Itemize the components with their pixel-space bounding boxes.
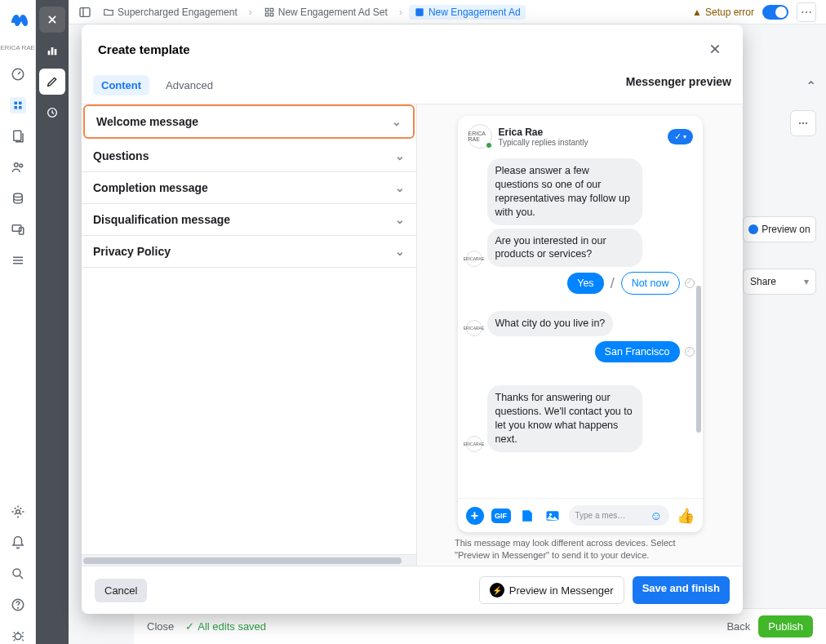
svg-point-11 [16, 510, 20, 514]
global-nav-rail: ERICA RAE [0, 0, 36, 644]
breadcrumb-ad-label: New Engagement Ad [429, 7, 521, 18]
svg-rect-3 [14, 106, 17, 109]
composer-placeholder: Type a mes… [575, 511, 626, 520]
edit-tool-icon[interactable] [39, 69, 65, 95]
cancel-button[interactable]: Cancel [95, 579, 147, 602]
more-menu-button[interactable]: ⋯ [797, 2, 816, 22]
incoming-message: Are you interested in our products or se… [487, 229, 642, 268]
share-label: Share [750, 276, 776, 287]
section-completion-message[interactable]: Completion message ⌄ [82, 172, 416, 204]
footer-back-button[interactable]: Back [726, 620, 750, 633]
chart-tool-icon[interactable] [39, 38, 65, 64]
gear-icon[interactable] [10, 504, 26, 520]
svg-rect-23 [265, 13, 269, 16]
svg-rect-5 [13, 131, 20, 140]
svg-rect-22 [270, 8, 273, 11]
all-edits-saved-status: ✓ All edits saved [185, 620, 266, 633]
section-disqualification-message[interactable]: Disqualification message ⌄ [82, 204, 416, 236]
section-welcome-message[interactable]: Welcome message ⌄ [83, 104, 415, 139]
panel-more-button[interactable]: ⋯ [790, 110, 816, 136]
breadcrumb-adset[interactable]: New Engagement Ad Set [259, 5, 393, 20]
search-icon[interactable] [10, 566, 26, 582]
chevron-down-icon: ▾ [804, 276, 809, 287]
setup-error-badge[interactable]: ▲ Setup error [692, 7, 754, 18]
breadcrumb-campaign[interactable]: Supercharged Engagement [98, 5, 242, 20]
expand-icon[interactable]: ⌃ [806, 78, 816, 94]
breadcrumb-ad[interactable]: New Engagement Ad [409, 5, 526, 20]
save-and-finish-button[interactable]: Save and finish [633, 576, 730, 604]
chevron-down-icon: ⌄ [395, 213, 405, 226]
history-tool-icon[interactable] [39, 100, 65, 126]
section-label: Privacy Policy [93, 245, 171, 258]
sender-name: Erica Rae [499, 127, 588, 138]
thumb-up-icon[interactable]: 👍 [677, 507, 695, 525]
preview-on-pill[interactable]: Preview on [743, 216, 816, 242]
grid-icon[interactable] [10, 97, 26, 113]
incoming-message: Thanks for answering our questions. We'l… [487, 385, 642, 452]
setup-error-text: Setup error [705, 7, 754, 18]
avatar-mini: ERICARAE [466, 436, 482, 452]
modal-close-button[interactable] [704, 38, 726, 60]
emoji-icon[interactable]: ☺ [650, 509, 662, 522]
all-edits-saved-label: All edits saved [198, 620, 266, 633]
preview-disclaimer: This message may look different across d… [433, 532, 726, 565]
svg-rect-1 [14, 102, 17, 105]
coins-icon[interactable] [10, 190, 26, 207]
modal-title: Create template [98, 42, 190, 56]
composer-input[interactable]: Type a mes… ☺ [569, 505, 669, 526]
gauge-icon[interactable] [10, 66, 26, 82]
bell-icon[interactable] [10, 535, 26, 551]
section-label: Completion message [93, 181, 208, 194]
svg-point-6 [14, 163, 18, 167]
chevron-down-icon: ⌄ [395, 245, 405, 258]
sticker-icon[interactable] [518, 507, 536, 525]
svg-rect-4 [19, 106, 22, 109]
share-button[interactable]: Share▾ [743, 269, 816, 295]
meta-logo-icon [8, 10, 28, 29]
svg-rect-24 [270, 13, 273, 16]
svg-point-12 [13, 569, 20, 576]
svg-rect-21 [265, 8, 269, 11]
chevron-down-icon: ⌄ [395, 149, 405, 162]
section-label: Questions [93, 149, 149, 162]
ad-icon [414, 7, 425, 18]
quick-reply-yes[interactable]: Yes [567, 273, 603, 294]
svg-rect-17 [51, 47, 54, 55]
section-questions[interactable]: Questions ⌄ [82, 140, 416, 172]
svg-rect-25 [415, 8, 423, 16]
section-label: Disqualification message [93, 213, 230, 226]
chevron-right-icon: › [399, 7, 402, 18]
messenger-icon: ⚡ [490, 583, 504, 597]
documents-icon[interactable] [10, 128, 26, 144]
bug-icon[interactable] [10, 628, 26, 644]
status-toggle[interactable] [762, 5, 788, 20]
preview-in-messenger-label: Preview in Messenger [509, 584, 614, 597]
chat-scroll-area[interactable]: Please answer a few questions so one of … [458, 155, 703, 498]
template-sections-panel: Welcome message ⌄ Questions ⌄ Completion… [82, 104, 416, 566]
plus-icon[interactable]: + [466, 507, 484, 525]
tab-advanced[interactable]: Advanced [158, 75, 221, 95]
section-privacy-policy[interactable]: Privacy Policy ⌄ [82, 236, 416, 268]
horizontal-scrollbar[interactable] [82, 554, 416, 566]
verified-badge: ✓▾ [668, 129, 693, 144]
sender-status: Typically replies instantly [499, 138, 588, 147]
tab-content[interactable]: Content [93, 75, 149, 95]
brand-label: ERICA RAE [0, 44, 35, 51]
panel-toggle-icon[interactable] [78, 6, 91, 19]
footer-close-button[interactable]: Close [147, 620, 174, 633]
vertical-scrollbar[interactable] [696, 286, 701, 433]
chevron-down-icon: ⌄ [392, 115, 402, 128]
people-icon[interactable] [10, 159, 26, 175]
close-panel-button[interactable] [39, 7, 65, 33]
image-icon[interactable] [544, 507, 562, 525]
quick-reply-notnow[interactable]: Not now [621, 272, 680, 295]
publish-button[interactable]: Publish [758, 615, 813, 637]
svg-point-7 [19, 164, 22, 167]
gif-icon[interactable]: GIF [491, 509, 511, 523]
devices-icon[interactable] [10, 221, 26, 238]
menu-icon[interactable] [10, 252, 26, 269]
preview-on-label: Preview on [762, 224, 810, 235]
chevron-right-icon: › [249, 7, 252, 18]
preview-in-messenger-button[interactable]: ⚡ Preview in Messenger [479, 576, 624, 604]
help-icon[interactable] [10, 597, 26, 613]
